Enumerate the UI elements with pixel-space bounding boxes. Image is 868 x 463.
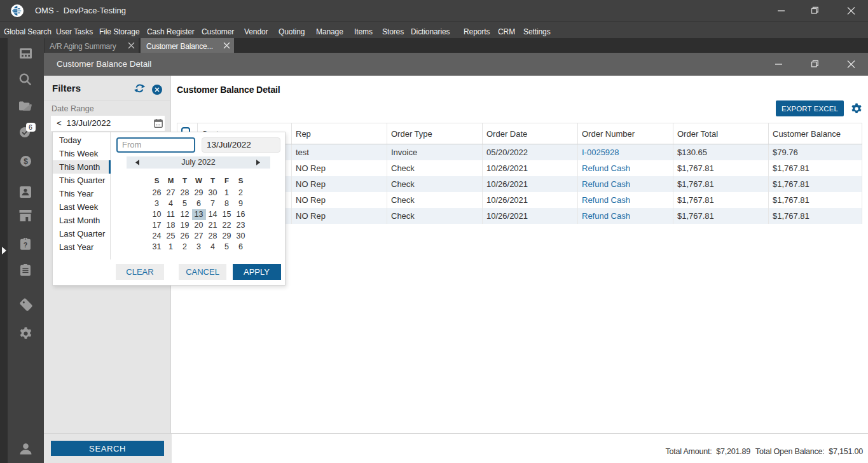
svg-text:?: ? [24,240,27,248]
svg-text:$: $ [24,156,28,165]
